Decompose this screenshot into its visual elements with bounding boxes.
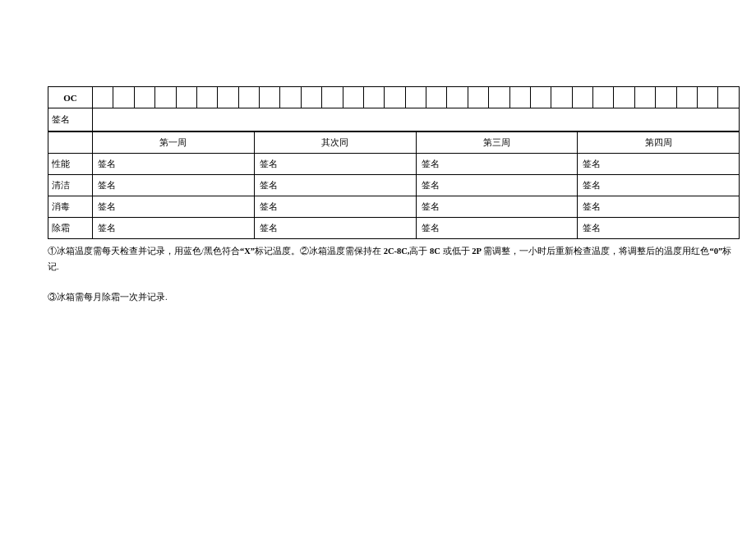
day-cell <box>697 87 717 108</box>
week-header-blank <box>48 132 93 154</box>
day-cell <box>301 87 321 108</box>
day-cell <box>322 87 343 108</box>
day-cell <box>572 87 592 108</box>
maint-row-label: 清洁 <box>48 175 93 196</box>
footnote-1: ①冰箱温度需每天检查并记录，用蓝色/黑色符合“X”标记温度。②冰箱温度需保持在 … <box>48 244 740 275</box>
day-cell <box>614 87 634 108</box>
day-cell <box>489 87 509 108</box>
day-cell <box>551 87 572 108</box>
day-cell <box>676 87 697 108</box>
weekly-maintenance-table: 第一周 其次同 第三周 第四周 性能 签名 签名 签名 签名 清洁 签名 签名 … <box>48 131 740 239</box>
week-header-row: 第一周 其次同 第三周 第四周 <box>48 132 740 154</box>
signature-cell: 签名 <box>254 175 416 196</box>
maint-row-defrost: 除霜 签名 签名 签名 签名 <box>48 218 740 239</box>
day-cell <box>385 87 405 108</box>
day-cell <box>447 87 468 108</box>
day-cell <box>656 87 676 108</box>
oc-label-cell: OC <box>48 87 93 108</box>
signature-cell: 签名 <box>578 154 740 175</box>
day-cell <box>93 87 113 108</box>
signature-cell: 签名 <box>578 175 740 196</box>
day-cell <box>509 87 530 108</box>
day-cell <box>634 87 655 108</box>
footnote-2: ③冰箱需每月除霜一次并记录. <box>48 290 740 306</box>
day-cell <box>405 87 426 108</box>
daily-signature-label-cell: 签名 <box>48 108 93 131</box>
signature-cell: 签名 <box>416 154 578 175</box>
signature-cell: 签名 <box>416 175 578 196</box>
oc-row: OC <box>48 87 740 108</box>
daily-signature-span <box>93 108 740 131</box>
oc-label: OC <box>63 93 77 103</box>
week-header-4: 第四周 <box>578 132 740 154</box>
maint-row-label: 除霜 <box>48 218 93 239</box>
footnotes: ①冰箱温度需每天检查并记录，用蓝色/黑色符合“X”标记温度。②冰箱温度需保持在 … <box>48 244 740 306</box>
signature-cell: 签名 <box>254 218 416 239</box>
day-cell <box>218 87 238 108</box>
day-cell <box>343 87 363 108</box>
week-header-2: 其次同 <box>254 132 416 154</box>
maint-row-performance: 性能 签名 签名 签名 签名 <box>48 154 740 175</box>
maint-row-disinfect: 消毒 签名 签名 签名 签名 <box>48 196 740 218</box>
signature-cell: 签名 <box>93 175 255 196</box>
week-header-1: 第一周 <box>93 132 255 154</box>
signature-cell: 签名 <box>578 196 740 218</box>
maint-row-cleaning: 清洁 签名 签名 签名 签名 <box>48 175 740 196</box>
signature-cell: 签名 <box>93 154 255 175</box>
day-cell <box>718 87 740 108</box>
day-cell <box>238 87 259 108</box>
day-cell <box>426 87 447 108</box>
signature-cell: 签名 <box>93 196 255 218</box>
signature-cell: 签名 <box>416 218 578 239</box>
temperature-grid-table: OC 签名 <box>48 86 740 131</box>
day-cell <box>363 87 384 108</box>
day-cell <box>468 87 488 108</box>
signature-cell: 签名 <box>93 218 255 239</box>
day-cell <box>155 87 176 108</box>
day-cell <box>134 87 154 108</box>
day-cell <box>280 87 301 108</box>
signature-cell: 签名 <box>416 196 578 218</box>
signature-cell: 签名 <box>578 218 740 239</box>
signature-cell: 签名 <box>254 154 416 175</box>
maint-row-label: 性能 <box>48 154 93 175</box>
day-cell <box>176 87 196 108</box>
day-cell <box>530 87 551 108</box>
daily-signature-label: 签名 <box>52 114 70 124</box>
week-header-3: 第三周 <box>416 132 578 154</box>
day-cell <box>113 87 134 108</box>
day-cell <box>593 87 614 108</box>
day-cell <box>196 87 217 108</box>
maint-row-label: 消毒 <box>48 196 93 218</box>
signature-cell: 签名 <box>254 196 416 218</box>
day-cell <box>260 87 280 108</box>
daily-signature-row: 签名 <box>48 108 740 131</box>
